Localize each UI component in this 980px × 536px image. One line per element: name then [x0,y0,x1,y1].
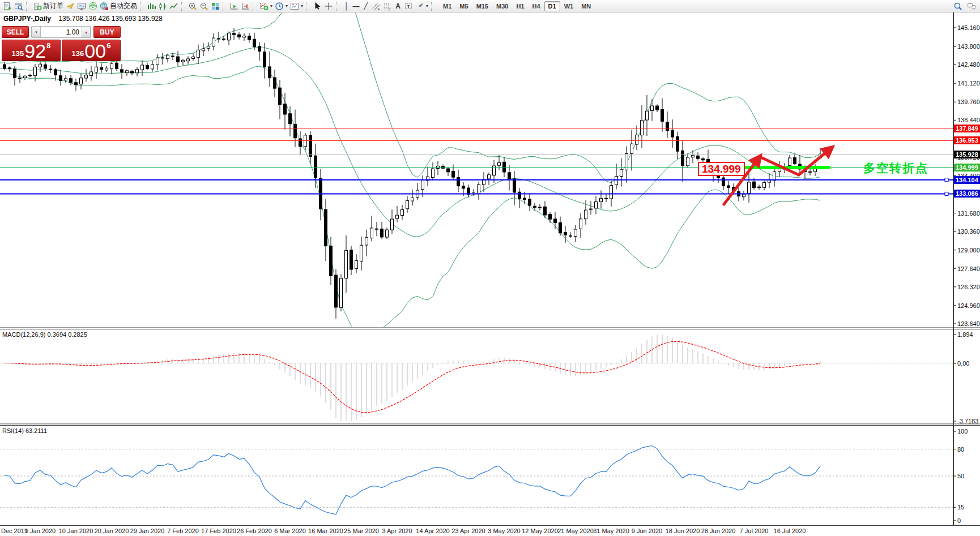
volume-input[interactable] [41,27,82,37]
periods-button[interactable]: ▾ [274,1,289,11]
date-label: Dec 2019 [1,528,28,534]
price-tag-134.104: 134.104 [954,176,980,184]
timeframe-h4[interactable]: H4 [529,1,544,11]
macd-tick: 0.00 [957,360,969,367]
price-tag-134.999: 134.999 [954,164,980,171]
macd-name: MACD(12,26,9) [2,331,45,338]
timeframe-d1[interactable]: D1 [544,1,560,11]
timeframe-mn[interactable]: MN [577,1,595,11]
page-plus-icon [3,2,12,11]
date-label: 12 May 2020 [522,528,558,534]
dropdown-arrow-icon[interactable]: ▾ [301,3,303,8]
volume-decrement-button[interactable]: ▾ [32,27,41,37]
price-annotation-box[interactable]: 134.999 [698,162,745,176]
signal-icon [88,2,97,11]
candle-chart-mode-button[interactable] [157,1,168,11]
toolbar: 新订单自动交易▾▾▾│—╱EFAT▾M1M5M15M30H1H4D1W1MN [0,0,980,12]
date-label: 16 Jul 2020 [774,528,806,534]
price-tick: 123.640 [957,320,980,327]
date-label: 3 Apr 2020 [382,528,412,534]
bollinger-m [0,48,820,237]
timeframe-m5[interactable]: M5 [455,1,472,11]
buy-button[interactable]: BUY [93,26,121,38]
chart-window-button[interactable] [76,1,87,11]
text-label-button[interactable]: T [403,1,414,11]
arrows-button[interactable]: ▾ [414,1,429,11]
turning-point-label[interactable]: 多空转折点 [863,160,928,176]
trendline-button[interactable]: ╱ [361,1,370,11]
timeframe-m30[interactable]: M30 [492,1,512,11]
line-chart-mode-button[interactable] [168,1,180,11]
doc-plus-icon [33,2,42,11]
template-icon [290,2,299,11]
text-button[interactable]: A [393,1,403,11]
timeframe-h1[interactable]: H1 [512,1,528,11]
macd-label: MACD(12,26,9) 0.3694 0.2825 [2,331,87,338]
autotrading-button[interactable]: 自动交易 [99,1,138,11]
macd-panel [0,335,953,421]
date-label: 1 Jan 2020 [25,528,56,534]
metaeditor-button[interactable] [65,1,76,11]
chart-title: GBPJPY-,Daily 135.708 136.426 135.693 13… [3,15,163,23]
timeframe-m15[interactable]: M15 [472,1,492,11]
grid-icon [211,2,220,11]
volume-stepper: ▾ ▴ [31,26,91,38]
rsi-tick: 80 [957,446,964,453]
cursor-button[interactable] [312,1,323,11]
fibo-icon: F [383,2,392,11]
new-order-button[interactable]: 新订单 [32,1,65,11]
indicators-button[interactable]: ▾ [258,1,274,11]
date-label: 10 Jan 2020 [59,528,93,534]
timeframe-w1[interactable]: W1 [560,1,578,11]
new-order-label: 新订单 [43,1,63,11]
zoom-in-button[interactable] [187,1,198,11]
chat-button[interactable] [966,1,977,11]
crosshair-button[interactable] [323,1,334,11]
new-chart-button[interactable] [2,1,13,11]
price-tick: 129.000 [957,247,980,254]
chart-shift-button[interactable] [240,1,251,11]
hline-handle[interactable] [945,178,948,182]
timeframe-group: M1M5M15M30H1H4D1W1MN [439,1,595,11]
price-tag-135.928: 135.928 [954,151,980,158]
dropdown-arrow-icon[interactable]: ▾ [270,3,272,8]
volume-increment-button[interactable]: ▴ [82,27,91,37]
price-tick: 131.680 [957,210,980,217]
price-tick: 145.160 [957,24,980,31]
sell-button[interactable]: SELL [2,26,29,38]
profiles-button[interactable] [13,1,24,11]
signals-button[interactable] [87,1,99,11]
rsi-tick: 0 [957,517,961,524]
date-label: 28 Jun 2020 [701,528,736,534]
vertical-line-button[interactable]: │ [342,1,351,11]
search-button[interactable] [952,1,964,11]
price-tag-137.849: 137.849 [954,125,980,132]
date-label: 14 Apr 2020 [416,528,449,534]
buy-price-panel[interactable]: 136006 [62,40,121,61]
date-label: 25 Mar 2020 [344,528,379,534]
zoom-out-button[interactable] [198,1,210,11]
timeframe-m1[interactable]: M1 [439,1,455,11]
one-click-trading-panel: SELL ▾ ▴ BUY 135928 136006 [2,26,121,61]
templates-button[interactable]: ▾ [289,1,304,11]
date-label: 6 Mar 2020 [274,528,306,534]
date-label: 23 Apr 2020 [451,528,485,534]
trendline-icon: ╱ [362,2,369,10]
horizontal-line-button[interactable]: — [351,1,361,11]
svg-text:T: T [407,3,410,8]
bar-chart-mode-button[interactable] [146,1,157,11]
equidistant-channel-button[interactable]: E [370,1,382,11]
tile-windows-button[interactable] [210,1,221,11]
auto-scroll-button[interactable] [228,1,240,11]
candles-icon [158,2,167,11]
sell-price-panel[interactable]: 135928 [2,40,61,61]
vertical-line-icon: │ [343,2,350,10]
fibonacci-button[interactable]: F [382,1,393,11]
chart-canvas[interactable] [0,0,980,536]
date-label: 17 Feb 2020 [201,528,236,534]
rsi-tick: 15 [957,504,964,511]
dropdown-arrow-icon[interactable]: ▾ [286,3,288,8]
price-tick: 138.440 [957,117,980,123]
dropdown-arrow-icon[interactable]: ▾ [426,3,428,8]
hline-handle[interactable] [945,192,948,195]
